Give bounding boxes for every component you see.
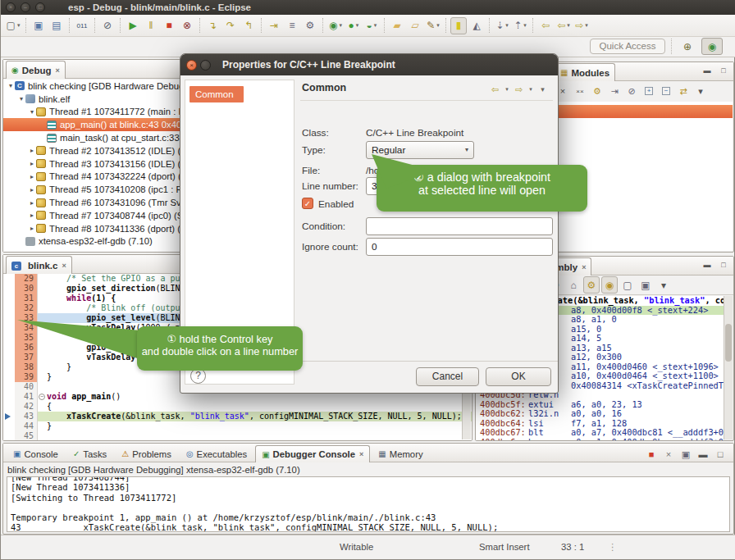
close-icon[interactable]: × [359, 450, 363, 458]
expander-icon[interactable]: ▾ [28, 108, 36, 116]
show-debug-view-button[interactable]: ≡ [284, 17, 300, 34]
console-output[interactable]: [New Thread 1073408744][New Thread 10734… [7, 476, 730, 532]
next-annotation-button[interactable]: ⇣▾ [494, 17, 510, 34]
expander-icon[interactable]: ▸ [28, 186, 36, 193]
suspend-button[interactable]: ‖ [143, 17, 159, 34]
enabled-checkbox[interactable]: ✓ [302, 198, 313, 209]
fold-gutter[interactable] [38, 294, 47, 303]
run-button[interactable]: ●▾ [345, 17, 362, 34]
tree-item[interactable]: ▸Thread #4 1073432224 (dport) (Sus [3, 171, 182, 184]
open-project-button[interactable]: ▱ [407, 17, 423, 34]
open-new-view-icon[interactable]: ▢ [619, 276, 636, 294]
fold-icon[interactable]: − [39, 394, 45, 400]
maximize-icon[interactable]: □ [717, 66, 730, 77]
line-number[interactable]: 44 [15, 421, 38, 431]
maximize-icon[interactable]: □ [712, 447, 728, 462]
fold-gutter[interactable] [38, 284, 47, 294]
tab-executables[interactable]: ◎Executables [180, 445, 253, 462]
tree-item[interactable]: ▸Thread #6 1073431096 (Tmr Svc) (S [3, 196, 182, 209]
resume-button[interactable]: ▶ [125, 17, 141, 34]
tab-memory[interactable]: ▦Memory [372, 445, 429, 462]
new-wizard-button[interactable]: ▢▾ [5, 17, 21, 34]
close-icon[interactable]: × [582, 263, 586, 271]
fold-gutter[interactable] [38, 421, 47, 431]
tree-item[interactable]: ▾blink.elf [3, 93, 182, 106]
sync-selection-icon[interactable]: ◉ [601, 276, 618, 294]
tab-modules[interactable]: ▦ Modules [555, 63, 615, 81]
expander-icon[interactable]: ▸ [28, 199, 36, 207]
minimize-icon[interactable]: ▬ [701, 260, 714, 271]
mark-occurrences-button[interactable]: ▮ [450, 17, 467, 34]
open-perspective-button[interactable]: ⊕ [677, 38, 698, 55]
condition-input[interactable] [366, 217, 553, 235]
forward-button[interactable]: ⇨▾ [573, 17, 590, 34]
close-icon[interactable]: × [56, 66, 60, 75]
minimize-icon[interactable]: ▬ [701, 66, 714, 77]
line-number[interactable]: 31 [15, 294, 38, 303]
external-tools-button[interactable]: ◒▾ [363, 17, 380, 34]
deselect-icon[interactable]: ⊘ [623, 84, 640, 98]
fold-gutter[interactable] [38, 382, 47, 392]
sidebar-item-common[interactable]: Common [189, 86, 244, 102]
tree-item[interactable]: xtensa-esp32-elf-gdb (7.10) [3, 235, 182, 248]
tree-item[interactable]: ▾Thread #1 1073411772 (main : Runn [3, 106, 182, 119]
debug-perspective-button[interactable]: ◉ [701, 38, 723, 55]
ok-button[interactable]: OK [486, 367, 551, 386]
previous-annotation-button[interactable]: ⇡▾ [512, 17, 528, 34]
line-number[interactable]: 41 [15, 392, 38, 402]
save-button[interactable]: ▣ [30, 17, 47, 34]
remove-all-icon[interactable]: ×× [572, 84, 588, 98]
tree-item[interactable]: ▸Thread #8 1073411336 (dport) (Sus [3, 222, 182, 235]
line-number[interactable]: 42 [15, 402, 38, 412]
tab-tasks[interactable]: ✓Tasks [66, 445, 113, 462]
editor-annotation-gutter[interactable] [3, 402, 15, 412]
view-menu-icon[interactable]: ▾ [692, 84, 709, 98]
fold-gutter[interactable]: − [38, 392, 47, 402]
expander-icon[interactable]: ▸ [28, 225, 36, 232]
terminate-icon[interactable]: ■ [643, 447, 660, 462]
fold-gutter[interactable] [38, 303, 47, 313]
tab-console[interactable]: ▣Console [7, 445, 65, 462]
quick-access-button[interactable]: Quick Access [590, 39, 665, 54]
expander-icon[interactable]: ▸ [28, 212, 36, 219]
add-symbols-icon[interactable]: ⇥ [606, 84, 623, 98]
tab-problems[interactable]: ⚠Problems [115, 445, 178, 462]
expand-all-icon[interactable]: + [641, 84, 657, 98]
instruction-stepping-button[interactable]: ⇥ [266, 17, 282, 34]
skip-breakpoints-button[interactable]: ⊘ [99, 17, 116, 34]
view-menu-icon[interactable]: ▾ [536, 82, 550, 97]
back-icon[interactable]: ⇦ [488, 82, 502, 97]
use-step-filters-button[interactable]: ⚙ [302, 17, 318, 34]
editor-annotation-gutter[interactable] [3, 303, 15, 313]
step-over-button[interactable]: ↷ [222, 17, 239, 34]
view-menu-icon[interactable]: ▾ [655, 276, 672, 294]
editor-annotation-gutter[interactable] [3, 421, 15, 431]
collapse-all-icon[interactable]: − [658, 84, 674, 98]
editor-annotation-gutter[interactable] [3, 392, 15, 402]
fold-gutter[interactable] [38, 372, 47, 382]
editor-annotation-gutter[interactable] [3, 284, 15, 294]
ignore-count-input[interactable]: 0 [366, 238, 553, 256]
line-number[interactable]: 39 [15, 372, 38, 382]
debug-button[interactable]: ◉▾ [327, 17, 344, 34]
tab-blink-c[interactable]: c blink.c × [6, 256, 72, 274]
tree-item[interactable]: ▾Cblink checking [GDB Hardware Debug [3, 80, 182, 93]
expander-icon[interactable]: ▸ [28, 147, 36, 154]
load-symbols-icon[interactable]: ⚙ [589, 84, 605, 98]
pin-console-icon[interactable]: ▣ [678, 447, 694, 462]
remove-launch-icon[interactable]: × [660, 447, 677, 462]
close-icon[interactable]: × [62, 262, 66, 270]
tab-debug[interactable]: ◉ Debug × [6, 61, 66, 79]
forward-icon[interactable]: ⇨ [512, 82, 526, 97]
line-number[interactable]: 45 [15, 431, 38, 440]
expander-icon[interactable]: ▾ [7, 82, 15, 89]
tree-item[interactable]: ▸Thread #2 1073413512 (IDLE) (Susp [3, 144, 182, 157]
editor-annotation-gutter[interactable] [3, 431, 15, 440]
editor-annotation-gutter[interactable] [3, 412, 15, 421]
show-source-icon[interactable]: ⚙ [583, 276, 600, 294]
tree-item[interactable]: ▸Thread #3 1073413156 (IDLE) (Susp [3, 157, 182, 171]
expander-icon[interactable]: ▸ [28, 173, 36, 180]
expander-icon[interactable]: ▾ [17, 95, 25, 102]
tree-item[interactable]: ▸Thread #7 1073408744 (ipc0) (Susp [3, 209, 182, 222]
close-icon[interactable]: × [6, 2, 16, 12]
